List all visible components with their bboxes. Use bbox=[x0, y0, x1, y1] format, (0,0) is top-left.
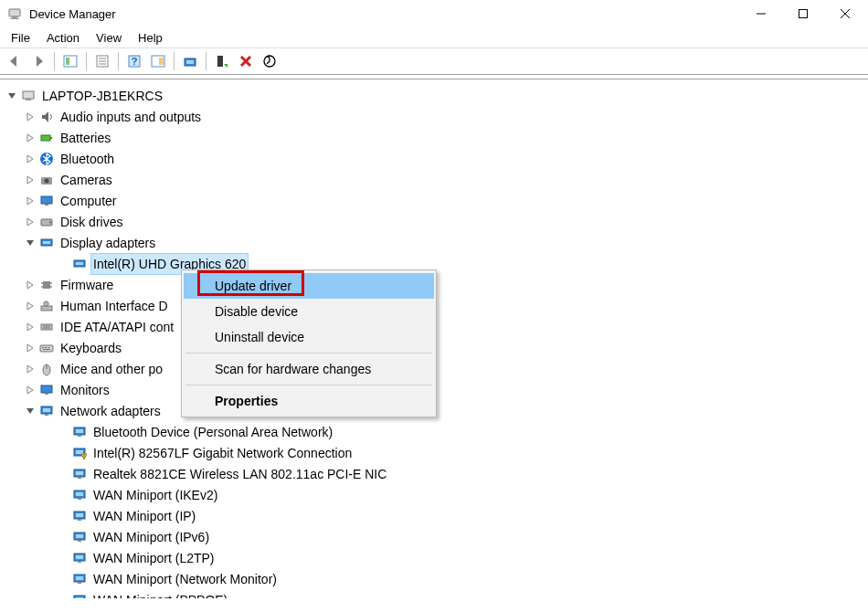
nav-back-button[interactable] bbox=[4, 50, 26, 72]
svg-rect-18 bbox=[186, 60, 194, 64]
chevron-right-icon[interactable] bbox=[24, 321, 37, 333]
tree-net-wan1[interactable]: WAN Miniport (IKEv2) bbox=[5, 484, 868, 505]
chevron-right-icon[interactable] bbox=[24, 384, 37, 396]
tree-item-label: Intel(R) 82567LF Gigabit Network Connect… bbox=[93, 443, 352, 463]
network-icon bbox=[38, 403, 55, 419]
chevron-right-icon[interactable] bbox=[24, 363, 37, 375]
toolbar: ? bbox=[0, 47, 868, 75]
titlebar: Device Manager bbox=[0, 0, 868, 27]
toolbar-separator bbox=[54, 52, 55, 70]
tree-cameras[interactable]: Cameras bbox=[5, 169, 868, 190]
tree-display-intel[interactable]: Intel(R) UHD Graphics 620 bbox=[5, 253, 868, 274]
tree-firmware[interactable]: Firmware bbox=[5, 274, 868, 295]
minimize-button[interactable] bbox=[740, 0, 782, 27]
tree-batteries[interactable]: Batteries bbox=[5, 127, 868, 148]
tree-net-wan4[interactable]: WAN Miniport (L2TP) bbox=[5, 547, 868, 568]
tree-net-intel[interactable]: ! Intel(R) 82567LF Gigabit Network Conne… bbox=[5, 442, 868, 463]
tree-item-label: WAN Miniport (L2TP) bbox=[93, 548, 215, 568]
svg-rect-38 bbox=[43, 281, 50, 289]
tree-mice[interactable]: Mice and other po bbox=[5, 358, 868, 379]
tree-keyboards[interactable]: Keyboards bbox=[5, 337, 868, 358]
tree-disk[interactable]: Disk drives bbox=[5, 211, 868, 232]
enable-device-button[interactable] bbox=[211, 50, 233, 72]
network-adapter-icon bbox=[71, 424, 88, 440]
svg-rect-56 bbox=[45, 393, 48, 395]
chevron-down-icon[interactable] bbox=[5, 90, 18, 102]
network-adapter-warning-icon: ! bbox=[71, 445, 88, 461]
action-pane-button[interactable] bbox=[147, 50, 169, 72]
ctx-separator bbox=[185, 385, 432, 385]
menu-view[interactable]: View bbox=[89, 29, 129, 47]
tree-monitors[interactable]: Monitors bbox=[5, 379, 868, 400]
tree-computer[interactable]: Computer bbox=[5, 190, 868, 211]
chevron-right-icon[interactable] bbox=[24, 132, 37, 144]
chevron-right-icon[interactable] bbox=[24, 279, 37, 291]
help-button[interactable]: ? bbox=[123, 50, 145, 72]
chevron-right-icon[interactable] bbox=[24, 342, 37, 354]
maximize-button[interactable] bbox=[782, 0, 824, 27]
chevron-right-icon[interactable] bbox=[24, 111, 37, 123]
ctx-uninstall-device[interactable]: Uninstall device bbox=[184, 324, 434, 350]
menubar: File Action View Help bbox=[0, 27, 868, 47]
chevron-right-icon[interactable] bbox=[24, 174, 37, 186]
svg-rect-16 bbox=[159, 58, 164, 65]
tree-root-label: LAPTOP-JB1EKRCS bbox=[42, 86, 163, 106]
tree-net-wan6[interactable]: WAN Miniport (PPPOE) bbox=[5, 589, 868, 598]
svg-rect-83 bbox=[78, 582, 81, 584]
tree-ide[interactable]: IDE ATA/ATAPI cont bbox=[5, 316, 868, 337]
svg-rect-62 bbox=[78, 435, 81, 437]
tree-item-label: Keyboards bbox=[60, 338, 122, 358]
tree-root[interactable]: LAPTOP-JB1EKRCS bbox=[5, 85, 868, 106]
tree-item-label: Firmware bbox=[60, 275, 113, 295]
menu-file[interactable]: File bbox=[4, 29, 37, 47]
svg-rect-0 bbox=[9, 9, 20, 16]
tree-net-bt[interactable]: Bluetooth Device (Personal Area Network) bbox=[5, 421, 868, 442]
chevron-down-icon[interactable] bbox=[24, 237, 37, 249]
chevron-right-icon[interactable] bbox=[24, 216, 37, 228]
tree-net-wan5[interactable]: WAN Miniport (Network Monitor) bbox=[5, 568, 868, 589]
svg-rect-45 bbox=[41, 324, 52, 330]
network-adapter-icon bbox=[71, 487, 88, 503]
svg-rect-8 bbox=[66, 58, 69, 65]
tree-bluetooth[interactable]: Bluetooth bbox=[5, 148, 868, 169]
ctx-disable-device[interactable]: Disable device bbox=[184, 299, 434, 324]
properties-button[interactable] bbox=[91, 50, 113, 72]
svg-rect-67 bbox=[76, 471, 83, 475]
ctx-update-driver[interactable]: Update driver bbox=[184, 273, 434, 299]
tree-network[interactable]: Network adapters bbox=[5, 400, 868, 421]
show-hide-tree-button[interactable] bbox=[59, 50, 81, 72]
svg-rect-49 bbox=[42, 347, 44, 348]
ctx-properties[interactable]: Properties bbox=[184, 388, 434, 414]
svg-rect-71 bbox=[78, 498, 81, 500]
monitor-icon bbox=[38, 382, 55, 398]
close-button[interactable] bbox=[824, 0, 866, 27]
tree-net-realtek[interactable]: Realtek 8821CE Wireless LAN 802.11ac PCI… bbox=[5, 463, 868, 484]
audio-icon bbox=[38, 109, 55, 125]
keyboard-icon bbox=[38, 340, 55, 356]
scan-hardware-button[interactable] bbox=[259, 50, 281, 72]
ctx-scan-hardware[interactable]: Scan for hardware changes bbox=[184, 356, 434, 382]
chevron-right-icon[interactable] bbox=[24, 153, 37, 165]
tree-net-wan2[interactable]: WAN Miniport (IP) bbox=[5, 505, 868, 526]
tree-display[interactable]: Display adapters bbox=[5, 232, 868, 253]
tree-item-label: Mice and other po bbox=[60, 359, 163, 379]
tree-item-label: WAN Miniport (IP) bbox=[93, 506, 196, 526]
network-adapter-icon bbox=[71, 571, 88, 587]
chevron-right-icon[interactable] bbox=[24, 300, 37, 312]
menu-help[interactable]: Help bbox=[131, 29, 170, 47]
tree-hid[interactable]: Human Interface D bbox=[5, 295, 868, 316]
uninstall-device-button[interactable] bbox=[235, 50, 257, 72]
menu-action[interactable]: Action bbox=[39, 29, 87, 47]
tree-audio[interactable]: Audio inputs and outputs bbox=[5, 106, 868, 127]
app-icon bbox=[7, 6, 22, 21]
tree-item-label: Audio inputs and outputs bbox=[60, 107, 201, 127]
tree-item-label: WAN Miniport (IKEv2) bbox=[93, 485, 217, 505]
chevron-right-icon[interactable] bbox=[24, 195, 37, 207]
nav-forward-button[interactable] bbox=[27, 50, 49, 72]
camera-icon bbox=[38, 172, 55, 188]
chevron-down-icon[interactable] bbox=[24, 405, 37, 417]
svg-rect-31 bbox=[45, 204, 48, 206]
update-driver-button[interactable] bbox=[179, 50, 201, 72]
ctx-separator bbox=[185, 353, 432, 353]
tree-net-wan3[interactable]: WAN Miniport (IPv6) bbox=[5, 526, 868, 547]
